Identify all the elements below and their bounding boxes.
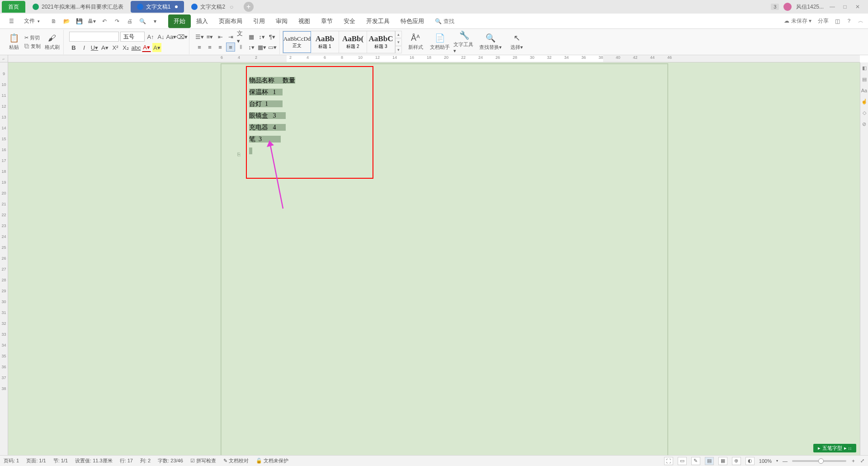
shading-icon[interactable]: ▦▾	[257, 43, 266, 52]
decrease-font-icon[interactable]: A↓	[156, 32, 165, 41]
status-section[interactable]: 节: 1/1	[53, 457, 68, 464]
ime-badge[interactable]: ▸ 五笔字型 ▸ ։։	[813, 444, 856, 452]
status-protect[interactable]: 🔓 文档未保护	[256, 457, 288, 464]
tab-start[interactable]: 开始	[168, 14, 191, 28]
ruler-horizontal[interactable]: 6422468101214161820222426283032343638404…	[8, 55, 860, 62]
align-justify-icon[interactable]: ≡	[226, 43, 235, 52]
copy-button[interactable]: ⿻复制	[24, 43, 41, 50]
highlight-icon[interactable]: A▾	[152, 43, 161, 52]
sort-icon[interactable]: ↕▾	[257, 32, 266, 41]
align-distribute-icon[interactable]: ▦	[247, 32, 256, 41]
sidebar-collapse-icon[interactable]: ◧	[862, 65, 867, 71]
increase-font-icon[interactable]: A↑	[146, 32, 155, 41]
zoom-in-icon[interactable]: ＋	[851, 457, 856, 464]
style-up-icon[interactable]: ▴	[396, 31, 402, 38]
fit-page-icon[interactable]: ⤢	[860, 458, 864, 464]
cut-button[interactable]: ✂剪切	[24, 34, 41, 41]
zoom-thumb[interactable]	[818, 458, 824, 464]
qat-more-icon[interactable]: ▾	[151, 17, 159, 25]
bold-button[interactable]: B	[69, 43, 78, 52]
cloud-unsaved[interactable]: ☁ 未保存 ▾	[784, 17, 811, 25]
zoom-slider[interactable]	[792, 460, 846, 462]
change-case-icon[interactable]: Aa▾	[167, 32, 176, 41]
doc-helper-button[interactable]: 📄文档助手	[429, 30, 451, 54]
menu-hamburger[interactable]: ☰	[5, 16, 19, 26]
style-normal[interactable]: AaBbCcDd正文	[283, 31, 311, 53]
bullets-icon[interactable]: ☰▾	[195, 32, 204, 41]
font-name-combo[interactable]	[69, 32, 119, 42]
borders-icon[interactable]: ▭▾	[268, 43, 277, 52]
paste-button[interactable]: 📋粘贴	[6, 30, 22, 54]
superscript-button[interactable]: X²	[111, 43, 120, 52]
decrease-indent-icon[interactable]: ⇤	[216, 32, 225, 41]
user-name[interactable]: 风信1425...	[796, 3, 824, 11]
print-icon[interactable]: 🖨	[126, 17, 134, 25]
tab-file-1[interactable]: 2021年拟来湘...考科目要求汇总表	[26, 1, 130, 13]
status-words[interactable]: 字数: 23/46	[158, 457, 183, 464]
tab-references[interactable]: 引用	[248, 14, 270, 28]
text-tools-button[interactable]: 🔧文字工具▾	[453, 30, 475, 54]
align-left-icon[interactable]: ≡	[195, 43, 204, 52]
tab-insert[interactable]: 插入	[191, 14, 213, 28]
ruler-vertical[interactable]: 9101112131415161718192021222324252627282…	[0, 62, 8, 455]
align-center-icon[interactable]: ≡	[205, 43, 214, 52]
subscript-button[interactable]: X₂	[121, 43, 130, 52]
style-h1[interactable]: AaBb标题 1	[311, 31, 339, 53]
show-marks-icon[interactable]: ¶▾	[268, 32, 277, 41]
view-outline-icon[interactable]: ▦	[718, 457, 727, 465]
distributed-icon[interactable]: ⫴	[236, 43, 245, 52]
tab-review[interactable]: 审阅	[270, 14, 293, 28]
help-icon[interactable]: ？	[846, 17, 852, 25]
font-size-combo[interactable]: 五号	[120, 32, 145, 42]
status-spellcheck[interactable]: ☑ 拼写检查	[190, 457, 216, 464]
tab-developer[interactable]: 开发工具	[361, 14, 395, 28]
italic-button[interactable]: I	[80, 43, 89, 52]
page[interactable]: 物品名称 数量 保温杯 1 台灯 1 眼镜盒 3 充电器 4 笔 3 ⎘	[221, 63, 668, 455]
zoom-value[interactable]: 100%	[759, 458, 772, 464]
view-web-icon[interactable]: ⊕	[732, 457, 741, 465]
tab-page-layout[interactable]: 页面布局	[213, 14, 248, 28]
status-col[interactable]: 列: 2	[140, 457, 151, 464]
clear-format-icon[interactable]: ⌫▾	[177, 32, 186, 41]
find-replace-button[interactable]: 🔍查找替换▾	[478, 30, 503, 54]
file-menu[interactable]: 文件▾	[19, 15, 44, 27]
style-expand-icon[interactable]: ▾	[396, 46, 402, 53]
numbering-icon[interactable]: ≡▾	[205, 32, 214, 41]
save-icon[interactable]: 💾	[75, 17, 83, 25]
style-h2[interactable]: AaBb(标题 2	[339, 31, 367, 53]
tab-section[interactable]: 章节	[316, 14, 338, 28]
zoom-out-icon[interactable]: ―	[783, 458, 788, 464]
new-tab-button[interactable]: +	[244, 2, 254, 12]
undo-icon[interactable]: ↶	[100, 17, 108, 25]
status-proof[interactable]: ✎ 文档校对	[223, 457, 249, 464]
align-right-icon[interactable]: ≡	[216, 43, 225, 52]
increase-indent-icon[interactable]: ⇥	[226, 32, 235, 41]
view-read-icon[interactable]: ▭	[678, 457, 687, 465]
sidebar-shape-icon[interactable]: ◇	[863, 110, 866, 116]
status-page[interactable]: 页面: 1/1	[26, 457, 46, 464]
bookmark-icon[interactable]: ◫	[835, 18, 840, 24]
sidebar-select-icon[interactable]: ☝	[861, 99, 868, 105]
notification-badge[interactable]: 3	[771, 4, 779, 10]
view-edit-icon[interactable]: ✎	[691, 457, 700, 465]
sidebar-nav-icon[interactable]: ▤	[862, 76, 867, 82]
user-avatar-icon[interactable]	[783, 3, 792, 11]
print-dropdown-icon[interactable]: 🖶▾	[88, 17, 96, 25]
style-down-icon[interactable]: ▾	[396, 38, 402, 46]
minimize-icon[interactable]: ―	[828, 4, 836, 10]
phonetic-icon[interactable]: abc	[132, 43, 141, 52]
status-setting[interactable]: 设置值: 11.3厘米	[75, 457, 113, 464]
open-icon[interactable]: 📂	[62, 17, 71, 25]
select-button[interactable]: ↖选择▾	[506, 30, 528, 54]
document-area[interactable]: 物品名称 数量 保温杯 1 台灯 1 眼镜盒 3 充电器 4 笔 3 ⎘	[8, 62, 860, 455]
view-focus-icon[interactable]: ◐	[745, 457, 755, 465]
font-color-icon[interactable]: A▾	[142, 43, 151, 52]
search-input[interactable]	[443, 18, 471, 24]
share-button[interactable]: 分享	[818, 17, 829, 25]
window-close-icon[interactable]: ✕	[854, 4, 862, 10]
sidebar-style-icon[interactable]: Aa	[861, 88, 867, 93]
view-page-icon[interactable]: ▤	[705, 457, 714, 465]
close-icon[interactable]: ○	[230, 3, 233, 10]
tab-file-2[interactable]: 文字文稿1	[131, 1, 184, 13]
strike-button[interactable]: A̶▾	[100, 43, 109, 52]
